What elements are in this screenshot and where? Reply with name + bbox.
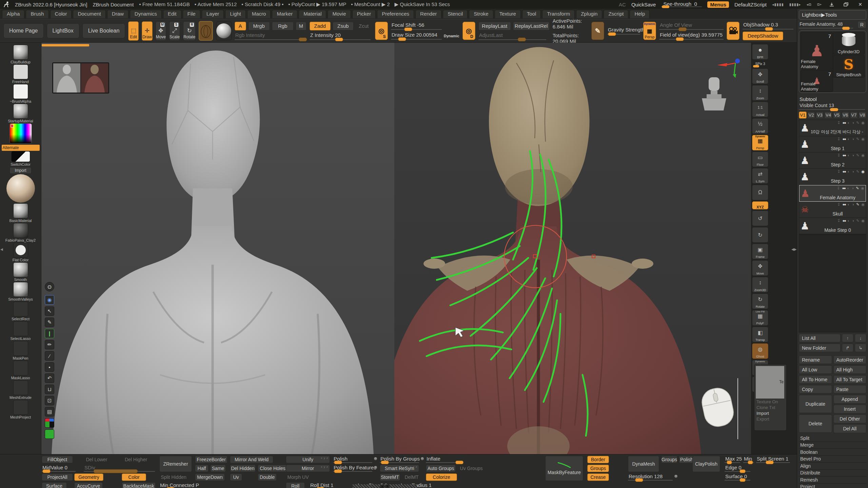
close-holes-button[interactable]: Close Holes [258,465,288,472]
focal-shift-slider[interactable]: Focal Shift -56 [391,22,442,30]
auto-groups-button[interactable]: Auto Groups [426,465,456,472]
move-out-button[interactable]: ↱ [842,344,853,352]
z-intensity-slider[interactable]: Z Intensity 20 [310,32,371,40]
brush-claybuildup[interactable]: ClayBuildup [2,45,40,64]
menu-item[interactable]: Stroke [469,10,493,18]
draw-mode-button[interactable]: ✛ Draw [142,21,152,41]
menu-item[interactable]: Help [630,10,650,18]
render-shadow-icon-button[interactable] [727,22,739,40]
subtool-action-button[interactable]: Copy [799,385,832,393]
visible-count-slider[interactable]: Visible Count 13 [799,103,866,110]
zoom3d-button[interactable]: Zoom3D [752,277,768,292]
texture-thumbnail[interactable]: Te [756,366,784,399]
import-button[interactable]: Import [2,167,40,174]
axis-gizmo[interactable] [714,56,742,79]
gravity-icon-button[interactable]: ✎ [591,22,604,40]
menu-item[interactable]: Dynamics [130,10,162,18]
geometry-button[interactable]: Geometry [74,473,103,481]
stroke-freehand[interactable]: FreeHand [2,64,40,84]
section-header[interactable]: Split [799,435,866,442]
polish-by-features-slider[interactable]: Polish By Features [333,465,372,472]
menu-item[interactable]: Alpha [2,10,24,18]
edge-slider[interactable]: Edge 0 [725,465,750,472]
section-header[interactable]: Align [799,463,866,470]
light-bulb-icon[interactable]: ʘ [45,282,54,291]
version-tab[interactable]: V5 [833,111,841,119]
polish-by-groups-slider[interactable]: Polish By Groups [380,456,419,463]
dynamic-label[interactable]: Dynamic [444,34,459,38]
split-screen-slider[interactable]: Split Screen 1 [756,456,790,463]
same-button[interactable]: Same [210,465,226,472]
zcut-button[interactable]: Zcut [356,22,372,30]
current-material-thumbnail[interactable] [216,21,232,40]
smart-resym-button[interactable]: Smart ReSymx y z [380,465,419,472]
clipboard-icon[interactable]: ▤ [45,407,54,416]
sdiv-slider[interactable]: SDiv [84,465,155,472]
menu-item[interactable]: Layer [202,10,224,18]
gravity-strength-slider[interactable]: Gravity Strength 0 [607,27,640,35]
menu-item[interactable]: Tool [522,10,541,18]
del-lower-button[interactable]: Del Lower [84,456,110,463]
viewport-gray-model[interactable] [41,43,394,454]
lightbox-button[interactable]: LightBox [47,23,79,38]
min-connected-slider[interactable]: Min Connected P [159,482,203,488]
mirror-button[interactable]: Mirrorx y z [286,465,330,472]
texture-popup-item[interactable]: Texture On [756,399,785,404]
section-header[interactable]: Merge [799,442,866,449]
insert-button[interactable]: Insert [833,405,867,413]
brush-maskpen[interactable]: MaskPen [2,341,40,360]
menu-item[interactable]: Color [50,10,72,18]
section-header[interactable]: Boolean [799,449,866,456]
morph-uv-button[interactable]: Morph UV [286,473,310,481]
green-swatch-icon[interactable] [45,429,54,439]
menu-item[interactable]: Material [299,10,326,18]
tool-thumbnail-female-anatomy[interactable]: ♟ 7 Female Anatomy [801,32,833,69]
m-button[interactable]: M [296,22,307,30]
version-tab[interactable]: V2 [807,111,815,119]
polish-by-groups-radio[interactable] [421,457,424,460]
section-header[interactable]: Remesh [799,476,866,484]
stroke-icon-button[interactable]: ◎S [375,22,388,40]
persp-shelf-button[interactable]: Dynamic ▦ Persp [643,22,656,40]
material-startup[interactable]: StartupMaterial [2,104,40,123]
surface-button[interactable]: Surface [42,482,67,488]
bpr-button[interactable]: BPR [752,44,768,60]
rotate-button[interactable]: Rotate [752,293,768,309]
undo-icon[interactable]: ↶ [45,373,54,383]
version-tab[interactable]: V6 [842,111,849,119]
r-button[interactable]: R [857,21,866,28]
crease-button[interactable]: Crease [587,473,609,481]
move-button[interactable]: Move [752,260,768,276]
dock-left-icon[interactable]: ◂⧉ [807,2,812,7]
delete-button[interactable]: Delete [799,414,832,433]
scale-button[interactable]: S ⤢ Scale [169,21,180,41]
tool-thumbnail-female-anatomy-2[interactable]: ♟ 7 Female Anatomy [801,70,833,92]
claypolish-button[interactable]: ClayPolish [692,456,720,472]
zadd-button[interactable]: Zadd [310,22,331,30]
surface-slider[interactable]: Surface 0 [725,473,750,481]
brush-meshextrude[interactable]: MeshExtrude [2,380,40,400]
cursor-icon[interactable]: ↖ [45,306,54,316]
color-button[interactable]: Color [122,473,146,481]
split-hidden-button[interactable]: Split Hidden [159,473,188,481]
colorize-button[interactable]: Colorize [426,473,457,481]
lightbox-tools-header[interactable]: Lightbox▶Tools [799,10,866,20]
project-all-button[interactable]: ProjectAll [42,473,73,481]
rotate-y-icon[interactable] [752,210,768,226]
rgb-intensity-slider[interactable]: Rgb Intensity [235,32,304,40]
max-slider[interactable]: Max 25 [725,456,740,463]
persp-button[interactable]: Dynamic Persp [752,135,768,150]
menu-item[interactable]: Draw [107,10,129,18]
menu-item[interactable]: Texture [495,10,521,18]
right-tray-divider-handle[interactable]: ◀▶ [791,247,796,251]
reference-thumbnails[interactable] [52,62,109,94]
subtool-action-button[interactable]: Rename [799,355,832,364]
polish-slider[interactable]: Polish [333,456,372,463]
uv-button[interactable]: Uv [230,473,242,481]
menu-item[interactable]: Picker [352,10,376,18]
replay-icon-button[interactable]: ◎D [462,22,475,40]
alpha-brushalpha[interactable]: ~BrushAlpha [2,84,40,103]
angle-of-view-slider[interactable]: Angle Of View [659,22,724,30]
lock-icon[interactable] [752,185,768,200]
see-through-knob[interactable] [662,5,669,8]
